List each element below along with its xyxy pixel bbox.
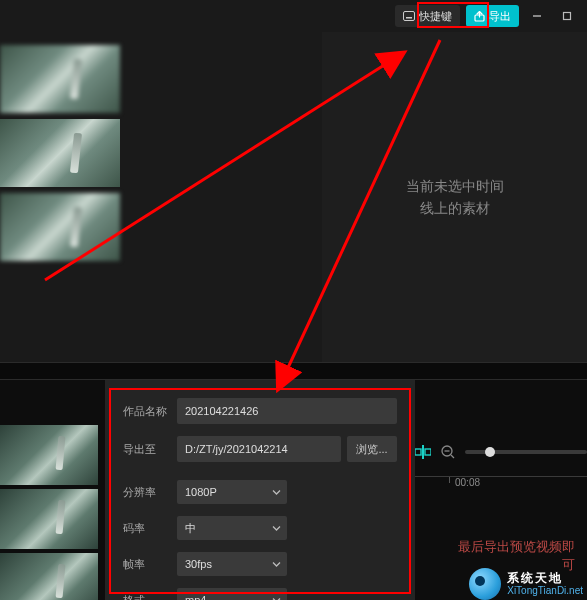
bitrate-label: 码率	[123, 521, 177, 536]
media-thumbnail[interactable]	[0, 193, 120, 261]
minimize-button[interactable]	[525, 5, 549, 27]
chevron-down-icon	[272, 596, 281, 601]
svg-rect-4	[564, 13, 571, 20]
format-value: mp4	[185, 594, 206, 600]
ruler-tick-label: 00:08	[455, 477, 480, 488]
preview-empty-line1: 当前未选中时间	[406, 175, 504, 197]
fps-select[interactable]: 30fps	[177, 552, 287, 576]
resolution-value: 1080P	[185, 486, 217, 498]
resolution-select[interactable]: 1080P	[177, 480, 287, 504]
timeline-clip[interactable]	[0, 489, 98, 549]
browse-button[interactable]: 浏览...	[347, 436, 397, 462]
timeline-toolbar: 00:08	[415, 440, 587, 520]
export-dialog: 作品名称 导出至 浏览... 分辨率 1080P 码率 中 帧率 30fps 格…	[105, 380, 415, 600]
shortcut-label: 快捷键	[419, 9, 452, 24]
preview-panel: 当前未选中时间 线上的素材	[322, 32, 587, 362]
preview-empty-message: 当前未选中时间 线上的素材	[406, 175, 504, 220]
watermark-name: 系统天地	[507, 572, 583, 585]
title-bar: 快捷键 导出	[0, 0, 587, 32]
format-select[interactable]: mp4	[177, 588, 287, 600]
svg-rect-7	[425, 449, 431, 455]
export-dest-label: 导出至	[123, 442, 177, 457]
bitrate-value: 中	[185, 521, 196, 536]
align-icon[interactable]	[415, 445, 431, 459]
export-label: 导出	[489, 9, 511, 24]
timeline-clip[interactable]	[0, 425, 98, 485]
resolution-label: 分辨率	[123, 485, 177, 500]
export-dest-input[interactable]	[177, 436, 341, 462]
fps-value: 30fps	[185, 558, 212, 570]
timeline-clip[interactable]	[0, 553, 98, 600]
chevron-down-icon	[272, 560, 281, 569]
media-thumbnail[interactable]	[0, 45, 120, 113]
timeline-ruler[interactable]: 00:08	[415, 476, 587, 488]
fps-label: 帧率	[123, 557, 177, 572]
media-thumbnail-list	[0, 45, 125, 267]
svg-line-10	[451, 455, 454, 458]
svg-rect-5	[422, 445, 424, 459]
maximize-icon	[561, 10, 573, 22]
export-icon	[474, 11, 485, 22]
watermark-logo-icon	[469, 568, 501, 600]
zoom-out-icon[interactable]	[441, 445, 455, 459]
svg-rect-6	[415, 449, 421, 455]
keyboard-icon	[403, 11, 415, 21]
timeline-clip-list	[0, 425, 100, 600]
watermark: 系统天地 XiTongTianDi.net	[469, 568, 583, 600]
export-name-input[interactable]	[177, 398, 397, 424]
shortcut-button[interactable]: 快捷键	[395, 5, 460, 27]
chevron-down-icon	[272, 488, 281, 497]
zoom-slider-track[interactable]	[465, 450, 587, 454]
preview-empty-line2: 线上的素材	[406, 197, 504, 219]
bitrate-select[interactable]: 中	[177, 516, 287, 540]
zoom-slider-handle[interactable]	[485, 447, 495, 457]
svg-rect-1	[406, 17, 412, 19]
maximize-button[interactable]	[555, 5, 579, 27]
export-button[interactable]: 导出	[466, 5, 519, 27]
format-label: 格式	[123, 593, 177, 601]
chevron-down-icon	[272, 524, 281, 533]
panel-divider	[0, 362, 587, 380]
media-thumbnail[interactable]	[0, 119, 120, 187]
svg-rect-0	[404, 12, 415, 21]
minimize-icon	[531, 10, 543, 22]
export-name-label: 作品名称	[123, 404, 177, 419]
watermark-url: XiTongTianDi.net	[507, 585, 583, 596]
